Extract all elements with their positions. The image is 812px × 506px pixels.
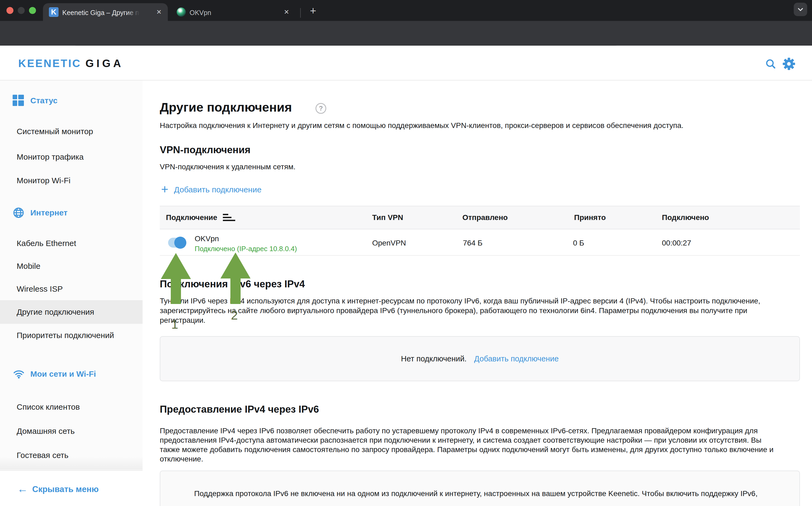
page-title: Другие подключения — [160, 100, 292, 114]
annotation-label-2: 2 — [231, 308, 238, 323]
ipv6-notice-text: Поддержка протокола IPv6 не включена ни … — [194, 489, 774, 499]
sidebar-group-internet[interactable]: Интернет — [0, 201, 143, 225]
gear-icon — [783, 58, 795, 70]
page-intro: Настройка подключения к Интернету и друг… — [160, 121, 794, 131]
sidebar-item-wifi-monitor[interactable]: Монитор Wi-Fi — [0, 169, 143, 192]
hide-menu-label: Скрывать меню — [32, 485, 98, 494]
sidebar-item-system-monitor[interactable]: Системный монитор — [0, 120, 143, 143]
sidebar-item-traffic-monitor[interactable]: Монитор трафика — [0, 145, 143, 169]
logo-brand: KEENETIC — [18, 58, 81, 69]
connection-name[interactable]: OKVpn — [195, 235, 219, 243]
column-header-sent: Отправлено — [462, 213, 508, 222]
browser-tab-strip: K Keenetic Giga – Другие подк ✕ OKVpn ✕ … — [0, 0, 812, 21]
sidebar-group-status[interactable]: Статус — [0, 89, 143, 112]
window-close-button[interactable] — [6, 7, 13, 14]
sent-cell: 764 Б — [463, 239, 483, 247]
sidebar-group-label: Статус — [30, 96, 58, 105]
window-minimize-button[interactable] — [18, 7, 25, 14]
tab-okvpn[interactable]: OKVpn ✕ — [172, 3, 295, 21]
empty-state-text: Нет подключений. — [401, 354, 466, 363]
chevron-down-icon — [797, 6, 804, 13]
annotation-arrow-1 — [161, 253, 191, 279]
connection-status: Подключено (IP-адрес 10.8.0.4) — [195, 245, 297, 253]
keenetic-favicon: K — [49, 7, 59, 17]
column-header-vpn-type: Тип VPN — [372, 213, 403, 222]
tab-title: OKVpn — [190, 9, 270, 17]
vpn-section-title: VPN-подключения — [160, 144, 250, 156]
sort-icon[interactable] — [223, 214, 235, 221]
new-tab-button[interactable]: + — [307, 4, 319, 17]
help-icon[interactable]: ? — [315, 103, 326, 114]
screen: K Keenetic Giga – Другие подк ✕ OKVpn ✕ … — [0, 0, 812, 506]
arrow-left-icon: ← — [17, 484, 28, 494]
app-header: KEENETICGIGA — [0, 46, 812, 81]
tab-keenetic[interactable]: K Keenetic Giga – Другие подк ✕ — [43, 3, 168, 21]
annotation-label-1: 1 — [171, 317, 178, 332]
sidebar-item-wireless-isp[interactable]: Wireless ISP — [0, 277, 143, 301]
annotation-arrow-2 — [220, 252, 250, 278]
sidebar-item-mobile[interactable]: Mobile — [0, 254, 143, 278]
close-tab-icon[interactable]: ✕ — [283, 8, 291, 16]
sidebar-item-other-connections[interactable]: Другие подключения — [0, 300, 143, 324]
ipv4-section-title: Предоставление IPv4 через IPv6 — [160, 404, 319, 415]
column-header-received: Принято — [574, 213, 606, 222]
dashboard-icon — [13, 95, 24, 106]
globe-icon — [13, 207, 24, 219]
sidebar-item-connection-priorities[interactable]: Приоритеты подключений — [0, 324, 143, 347]
tab-divider — [300, 8, 301, 18]
column-header-connected: Подключено — [662, 213, 709, 222]
vpn-enabled-toggle[interactable] — [168, 238, 186, 248]
sidebar-item-client-list[interactable]: Список клиентов — [0, 395, 143, 419]
sidebar-item-ethernet[interactable]: Кабель Ethernet — [0, 232, 143, 255]
close-tab-icon[interactable]: ✕ — [155, 8, 163, 16]
sidebar-group-my-networks[interactable]: Мои сети и Wi-Fi — [0, 362, 143, 386]
hide-menu-button[interactable]: ← Скрывать меню — [0, 470, 143, 506]
plus-icon: + — [161, 182, 168, 196]
browser-toolbar: ← → ⚠ Not Secure 192.168.1.1/otherConnec… — [0, 21, 812, 46]
search-icon — [765, 58, 777, 70]
connected-time-cell: 00:00:27 — [662, 239, 691, 247]
vpn-type-cell: OpenVPN — [372, 239, 406, 247]
ipv6-notice-box: Поддержка протокола IPv6 не включена ни … — [160, 471, 800, 506]
sidebar-fade — [0, 456, 143, 470]
okvpn-favicon — [177, 7, 186, 17]
ipv6-empty-state: Нет подключений. Добавить подключение — [160, 336, 800, 381]
add-connection-link[interactable]: Добавить подключение — [174, 185, 262, 194]
sidebar-group-label: Интернет — [30, 208, 68, 217]
ipv6-section-description: Туннели IPv6 через IPv4 используются для… — [160, 296, 778, 325]
logo-model: GIGA — [85, 58, 124, 69]
sidebar-item-home-network[interactable]: Домашняя сеть — [0, 419, 143, 443]
window-zoom-button[interactable] — [29, 7, 36, 14]
sidebar-group-label: Мои сети и Wi-Fi — [30, 369, 96, 378]
wifi-icon — [13, 368, 24, 380]
add-connection-link[interactable]: Добавить подключение — [474, 354, 559, 363]
settings-button[interactable] — [782, 57, 796, 71]
ipv4-section-description: Предоставление IPv4 через IPv6 позволяет… — [160, 426, 778, 463]
annotation-arrow-1-shaft — [171, 278, 181, 304]
table-row-border — [160, 255, 800, 256]
sidebar: Статус Системный монитор Монитор трафика… — [0, 81, 143, 506]
search-button[interactable] — [764, 57, 778, 71]
tab-search-button[interactable] — [794, 3, 807, 16]
vpn-section-description: VPN-подключения к удаленным сетям. — [160, 162, 794, 172]
keenetic-logo: KEENETICGIGA — [18, 58, 124, 70]
tab-title-fade — [127, 7, 143, 18]
toggle-knob — [174, 237, 187, 249]
received-cell: 0 Б — [573, 239, 584, 247]
annotation-arrow-2-shaft — [230, 277, 241, 304]
column-header-connection: Подключение — [166, 213, 217, 222]
